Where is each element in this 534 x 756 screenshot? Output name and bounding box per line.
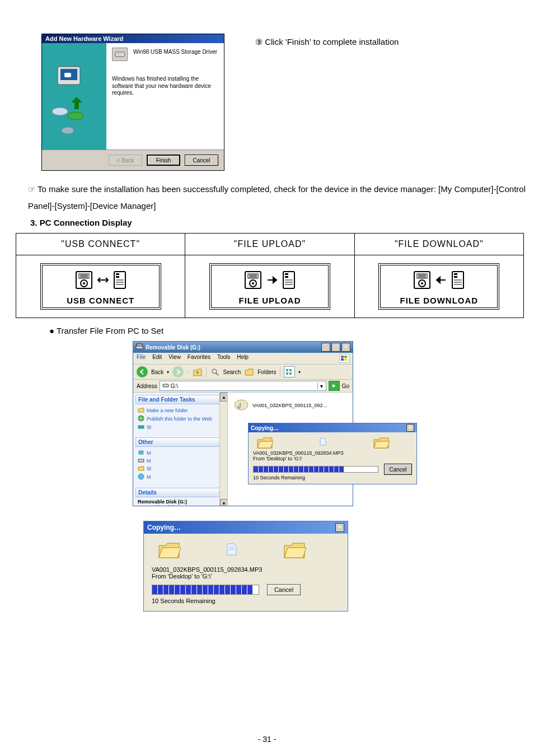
- back-nav-button[interactable]: [137, 366, 148, 377]
- other-place-item[interactable]: M: [138, 450, 223, 456]
- maximize-button[interactable]: □: [331, 343, 340, 352]
- globe-icon: [138, 415, 144, 423]
- scroll-down-button[interactable]: ▼: [220, 499, 228, 506]
- add-hardware-wizard: Add New Hardware Wizard: [41, 34, 224, 171]
- header-usb-connect: "USB CONNECT": [16, 234, 185, 255]
- go-label: Go: [342, 383, 349, 389]
- scroll-up-button[interactable]: ▲: [220, 393, 228, 402]
- svg-rect-31: [285, 276, 288, 278]
- task-publish-web[interactable]: Publish this folder to the Web: [138, 415, 223, 423]
- details-sub: Removable Disk: [138, 505, 223, 506]
- step-9-instruction: ⑨ Click 'Finish' to complete installatio…: [255, 34, 399, 47]
- svg-rect-8: [116, 53, 122, 55]
- copying-fromto: From 'Desktop' to 'G:\': [152, 573, 340, 580]
- driver-icon: [112, 48, 128, 61]
- svg-rect-51: [344, 356, 347, 358]
- drive-icon: [135, 343, 143, 351]
- address-value: G:\: [171, 383, 178, 389]
- music-file-icon: [233, 397, 249, 414]
- finish-button[interactable]: Finish: [147, 155, 180, 166]
- other-place-item[interactable]: M: [138, 458, 223, 464]
- forward-nav-button: [172, 366, 184, 377]
- views-icon[interactable]: [284, 366, 295, 377]
- svg-point-66: [235, 400, 248, 410]
- arrow-icon: [266, 275, 278, 287]
- menu-file[interactable]: File: [137, 354, 146, 363]
- svg-point-5: [68, 112, 83, 120]
- task-new-folder[interactable]: Make a new folder: [138, 407, 223, 414]
- flying-paper-icon: [319, 437, 327, 447]
- new-folder-icon: [138, 407, 144, 414]
- address-bar[interactable]: G:\ ▾: [160, 381, 326, 391]
- other-place-item[interactable]: M: [138, 473, 223, 481]
- go-button[interactable]: [329, 381, 340, 391]
- explorer-toolbar: Back ▾ - Search Folders ▾: [133, 365, 353, 380]
- progress-bar-small: [253, 466, 378, 473]
- header-file-upload: "FILE UPLOAD": [185, 234, 354, 255]
- svg-rect-58: [286, 372, 288, 375]
- lcd-label: USB CONNECT: [50, 296, 151, 305]
- place-icon: [138, 465, 144, 472]
- address-label: Address: [137, 383, 157, 389]
- windows-flag-icon: [339, 354, 349, 363]
- svg-point-41: [421, 282, 423, 284]
- section-3-title: 3. PC Connection Display: [30, 218, 528, 227]
- address-drive-icon: [162, 382, 169, 389]
- lcd-label: FILE DOWNLOAD: [388, 296, 489, 305]
- lcd-display: USB CONNECT: [40, 263, 161, 310]
- copying-title-small: Copying…: [251, 425, 279, 431]
- wizard-message: Windows has finished installing the soft…: [112, 76, 218, 97]
- minimize-button[interactable]: _: [321, 343, 330, 352]
- cancel-copy-button[interactable]: Cancel: [267, 584, 301, 595]
- svg-rect-59: [289, 372, 292, 375]
- place-icon: [138, 450, 144, 456]
- lcd-display: FILE UPLOAD: [209, 263, 330, 310]
- folders-icon[interactable]: [244, 367, 254, 377]
- back-nav-label: Back: [151, 369, 163, 375]
- pc-tower-icon: [282, 270, 296, 292]
- menu-favorites[interactable]: Favorites: [188, 354, 210, 363]
- copying-file: VA001_032KBPS_000115_092834.MP3: [152, 566, 340, 573]
- address-dropdown-icon[interactable]: ▾: [317, 383, 326, 389]
- svg-point-54: [212, 369, 217, 374]
- cancel-button[interactable]: Cancel: [185, 155, 218, 166]
- menu-help[interactable]: Help: [237, 354, 249, 363]
- task-truncated: Sl: [138, 424, 223, 431]
- wizard-titlebar: Add New Hardware Wizard: [42, 34, 224, 43]
- page-number: - 31 -: [0, 735, 534, 744]
- copying-dialog: Copying… × VA001_032KBPS_000115_092834.M…: [143, 521, 348, 612]
- folders-label: Folders: [257, 369, 276, 375]
- lcd-label: FILE UPLOAD: [219, 296, 320, 305]
- arrow-icon: [97, 275, 109, 287]
- copying-remaining: 10 Seconds Remaining: [152, 598, 340, 604]
- menu-edit[interactable]: Edit: [152, 354, 162, 363]
- svg-rect-64: [138, 459, 144, 462]
- file-item[interactable]: VA001_032KBPS_000115_092…: [228, 393, 353, 418]
- pc-connection-display-table: "USB CONNECT" "FILE UPLOAD" "FILE DOWNLO…: [16, 233, 524, 318]
- close-button[interactable]: ×: [335, 523, 344, 532]
- install-note: ☞ To make sure the installation has been…: [28, 181, 528, 214]
- menu-tools[interactable]: Tools: [217, 354, 230, 363]
- back-button: < Back: [109, 155, 142, 166]
- file-name: VA001_032KBPS_000115_092…: [252, 403, 327, 408]
- svg-point-65: [138, 474, 144, 479]
- svg-rect-57: [289, 369, 292, 371]
- search-icon[interactable]: [210, 367, 220, 377]
- cancel-copy-button-small[interactable]: Cancel: [384, 464, 412, 475]
- up-folder-icon[interactable]: [193, 367, 203, 377]
- menu-view[interactable]: View: [168, 354, 181, 363]
- explorer-menubar: FileEditViewFavoritesToolsHelp: [133, 353, 353, 365]
- close-button[interactable]: ×: [406, 424, 414, 432]
- svg-rect-60: [163, 384, 168, 387]
- folder-open-icon: [283, 539, 306, 561]
- driver-name: Win98 USB MASS Storage Driver: [133, 48, 217, 55]
- device-icon: [243, 270, 263, 292]
- close-button[interactable]: ×: [341, 343, 350, 352]
- svg-rect-44: [454, 276, 457, 278]
- svg-rect-43: [454, 273, 457, 275]
- search-label: Search: [223, 369, 241, 375]
- svg-rect-17: [116, 273, 119, 275]
- svg-rect-3: [64, 73, 71, 77]
- folder-open-icon: [157, 539, 181, 561]
- other-place-item[interactable]: Sl: [138, 465, 223, 472]
